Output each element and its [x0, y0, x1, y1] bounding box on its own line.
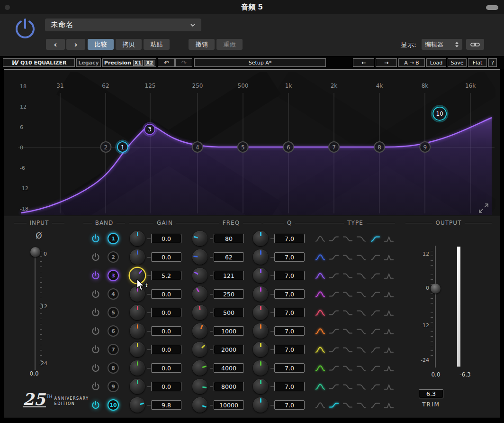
band-marker-2[interactable]: 2 — [100, 142, 111, 152]
filter-type-bell-icon[interactable] — [315, 364, 326, 372]
q-knob[interactable] — [253, 397, 268, 413]
gain-value[interactable]: 0.0 — [151, 289, 181, 299]
filter-type-low-pass-icon[interactable] — [356, 272, 367, 279]
filter-type-high-shelf-icon[interactable] — [328, 309, 340, 316]
q-knob[interactable] — [253, 379, 268, 394]
setup-back-button[interactable]: ← — [353, 58, 374, 67]
band-power-button[interactable] — [91, 345, 100, 354]
band-power-button[interactable] — [91, 271, 100, 280]
q-knob[interactable] — [253, 286, 268, 302]
display-mode-dropdown[interactable]: 编辑器 — [422, 39, 462, 50]
band-power-button[interactable] — [91, 308, 100, 317]
filter-type-high-pass-icon[interactable] — [369, 272, 381, 279]
redo-button[interactable]: 重做 — [216, 39, 243, 50]
filter-type-high-shelf-icon[interactable] — [328, 364, 340, 372]
filter-type-bell-icon[interactable] — [315, 272, 326, 279]
filter-type-high-shelf-icon[interactable] — [328, 383, 340, 390]
next-preset-button[interactable]: › — [66, 39, 85, 50]
gain-value[interactable]: 0.0 — [151, 363, 181, 373]
filter-type-low-pass-icon[interactable] — [356, 309, 367, 316]
freq-knob[interactable] — [192, 397, 207, 413]
filter-type-low-shelf-icon[interactable] — [342, 272, 353, 279]
band-power-button[interactable] — [91, 234, 100, 243]
filter-type-high-shelf-icon[interactable] — [328, 253, 340, 261]
trim-value[interactable]: 6.3 — [419, 389, 443, 398]
band-marker-6[interactable]: 6 — [283, 142, 294, 152]
filter-type-high-pass-icon[interactable] — [369, 309, 381, 316]
freq-value[interactable]: 62 — [214, 252, 244, 262]
gain-knob[interactable] — [130, 268, 145, 283]
q-knob[interactable] — [253, 249, 268, 265]
save-button[interactable]: Save — [448, 58, 467, 67]
filter-type-high-shelf-icon[interactable] — [328, 290, 340, 298]
q-knob[interactable] — [253, 231, 268, 246]
gain-knob[interactable] — [130, 360, 145, 376]
q-knob[interactable] — [253, 305, 268, 320]
gain-value[interactable]: 0.0 — [151, 382, 181, 391]
freq-knob[interactable] — [192, 305, 207, 320]
band-number[interactable]: 8 — [108, 362, 119, 374]
output-fader-track[interactable] — [435, 246, 436, 368]
filter-type-high-pass-icon[interactable] — [369, 364, 381, 372]
filter-type-band-pass-icon[interactable] — [383, 309, 395, 316]
q-value[interactable]: 7.0 — [274, 252, 305, 262]
band-power-button[interactable] — [91, 363, 100, 373]
filter-type-bell-icon[interactable] — [315, 383, 326, 390]
filter-type-high-pass-icon[interactable] — [369, 235, 381, 242]
filter-type-bell-icon[interactable] — [315, 235, 326, 242]
filter-type-high-pass-icon[interactable] — [369, 327, 381, 335]
gain-value[interactable]: 0.0 — [151, 345, 181, 354]
filter-type-low-shelf-icon[interactable] — [342, 364, 353, 372]
freq-value[interactable]: 80 — [214, 234, 244, 243]
q-knob[interactable] — [253, 323, 268, 339]
band-marker-3[interactable]: 3 — [143, 123, 156, 136]
freq-value[interactable]: 121 — [214, 271, 244, 280]
filter-type-low-shelf-icon[interactable] — [342, 401, 353, 409]
x2-button[interactable]: X2 — [144, 60, 154, 66]
load-button[interactable]: Load — [426, 58, 446, 67]
filter-type-band-pass-icon[interactable] — [383, 327, 395, 335]
filter-type-low-pass-icon[interactable] — [356, 253, 367, 261]
gain-knob[interactable] — [130, 249, 145, 265]
q-knob[interactable] — [253, 342, 268, 357]
filter-type-high-shelf-icon[interactable] — [328, 327, 340, 335]
prev-preset-button[interactable]: ‹ — [46, 39, 65, 50]
freq-value[interactable]: 1000 — [214, 326, 244, 336]
toolbar-redo-button[interactable]: ↷ — [175, 58, 192, 67]
filter-type-low-pass-icon[interactable] — [356, 401, 367, 409]
filter-type-low-pass-icon[interactable] — [356, 346, 367, 353]
band-marker-1[interactable]: 1 — [116, 140, 129, 154]
filter-type-bell-icon[interactable] — [315, 309, 326, 316]
filter-type-low-shelf-icon[interactable] — [342, 253, 353, 261]
freq-knob[interactable] — [192, 342, 207, 357]
filter-type-low-pass-icon[interactable] — [356, 327, 367, 335]
help-button[interactable]: ? — [488, 58, 497, 67]
gain-value[interactable]: 9.8 — [151, 400, 181, 410]
setup-bar[interactable]: Setup A* — [194, 58, 326, 67]
filter-type-high-shelf-icon[interactable] — [328, 346, 340, 353]
link-button[interactable] — [466, 39, 484, 50]
band-power-button[interactable] — [91, 289, 100, 299]
band-power-button[interactable] — [91, 252, 100, 262]
gain-value[interactable]: 5.2 — [151, 271, 181, 280]
freq-knob[interactable] — [192, 379, 207, 394]
band-number[interactable]: 3 — [108, 270, 119, 281]
band-number[interactable]: 10 — [108, 399, 119, 411]
filter-type-high-pass-icon[interactable] — [369, 401, 381, 409]
paste-button[interactable]: 粘贴 — [144, 39, 170, 50]
band-marker-5[interactable]: 5 — [238, 142, 248, 152]
undo-button[interactable]: 撤销 — [189, 39, 215, 50]
band-marker-7[interactable]: 7 — [329, 142, 339, 152]
filter-type-band-pass-icon[interactable] — [383, 383, 395, 390]
band-number[interactable]: 2 — [108, 251, 119, 263]
freq-knob[interactable] — [192, 231, 207, 246]
filter-type-low-pass-icon[interactable] — [356, 383, 367, 390]
filter-type-high-shelf-icon[interactable] — [328, 272, 340, 279]
filter-type-low-shelf-icon[interactable] — [342, 235, 353, 242]
filter-type-low-shelf-icon[interactable] — [342, 327, 353, 335]
freq-knob[interactable] — [192, 249, 207, 265]
filter-type-band-pass-icon[interactable] — [383, 364, 395, 372]
band-marker-9[interactable]: 9 — [420, 142, 430, 152]
q-value[interactable]: 7.0 — [274, 271, 305, 280]
band-number[interactable]: 6 — [108, 325, 119, 337]
